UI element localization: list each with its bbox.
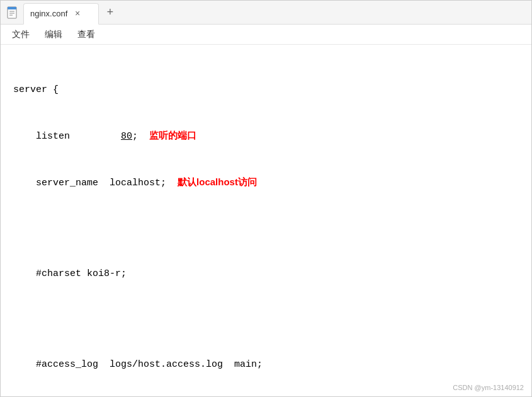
title-bar: nginx.conf × + [1, 1, 531, 25]
code-line-servername: server_name localhost; 默认localhost访问 [13, 175, 519, 191]
code-line-empty1 [13, 221, 519, 236]
menu-file[interactable]: 文件 [6, 26, 36, 43]
main-window: nginx.conf × + 文件 编辑 查看 server { listen … [0, 0, 532, 397]
code-line: server { [13, 83, 519, 98]
new-tab-button[interactable]: + [101, 4, 119, 21]
servername-annotation: 默认localhost访问 [178, 175, 257, 190]
code-line-charset: #charset koi8-r; [13, 267, 519, 282]
menu-view[interactable]: 查看 [71, 26, 101, 43]
code-editor: server { listen 80; 监听的端口 server_name lo… [13, 52, 519, 396]
listen-annotation: 监听的端口 [149, 128, 196, 143]
active-tab[interactable]: nginx.conf × [23, 3, 99, 25]
svg-rect-1 [8, 7, 16, 9]
tab-close-button[interactable]: × [72, 9, 82, 19]
code-line-accesslog: #access_log logs/host.access.log main; [13, 357, 519, 372]
menu-edit[interactable]: 编辑 [38, 26, 69, 43]
code-line-empty2 [13, 312, 519, 327]
menu-bar: 文件 编辑 查看 [1, 25, 531, 45]
code-line-listen: listen 80; 监听的端口 [13, 128, 519, 144]
content-area: server { listen 80; 监听的端口 server_name lo… [1, 45, 531, 396]
tab-label: nginx.conf [30, 9, 67, 18]
watermark: CSDN @ym-13140912 [453, 384, 524, 391]
tab-area: nginx.conf × + [1, 1, 531, 24]
app-icon [1, 6, 23, 19]
